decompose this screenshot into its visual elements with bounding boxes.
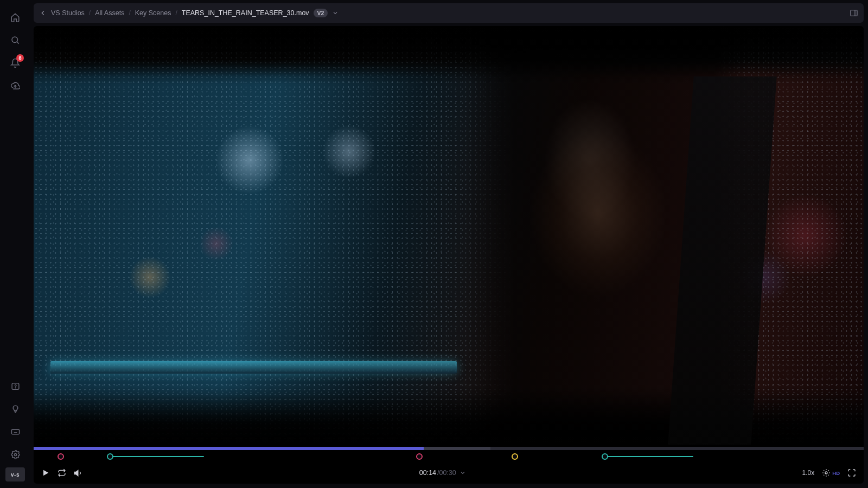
comment-marker[interactable] [416, 453, 423, 460]
version-badge[interactable]: V2 [314, 9, 328, 17]
notifications-badge: 8 [16, 54, 24, 62]
panel-toggle-icon[interactable] [850, 9, 858, 17]
scrubber-track[interactable] [34, 447, 864, 450]
timecode-display[interactable]: 00:14/00:30 [419, 469, 466, 477]
svg-rect-5 [851, 10, 857, 16]
breadcrumb-current: TEARS_IN_THE_RAIN_TEASER_30.mov [182, 9, 309, 17]
playback-speed[interactable]: 1.0x [802, 469, 815, 477]
breadcrumb-separator: / [129, 9, 130, 17]
version-dropdown-icon[interactable] [332, 10, 339, 16]
breadcrumb-separator: / [175, 9, 177, 17]
keyboard-icon[interactable] [5, 422, 25, 441]
comment-range[interactable] [605, 456, 694, 457]
svg-point-0 [12, 37, 18, 43]
timecode-duration: /00:30 [437, 469, 456, 477]
breadcrumb-item[interactable]: All Assets [95, 9, 124, 17]
comment-marker[interactable] [58, 453, 64, 460]
play-button[interactable] [41, 468, 50, 477]
comment-marker[interactable] [107, 453, 113, 460]
comment-marker[interactable] [512, 453, 518, 460]
upload-icon[interactable] [5, 76, 25, 95]
workspace-logo[interactable]: v-s [5, 467, 25, 481]
comment-marker[interactable] [602, 453, 608, 460]
breadcrumb-bar: VS Studios / All Assets / Key Scenes / T… [34, 3, 864, 23]
breadcrumb-item[interactable]: VS Studios [51, 9, 85, 17]
svg-point-4 [14, 453, 16, 455]
search-icon[interactable] [5, 30, 25, 50]
scrubber-played [34, 447, 424, 450]
idea-icon[interactable] [5, 399, 25, 419]
back-button[interactable] [39, 9, 47, 17]
quality-settings-button[interactable]: HD [822, 468, 840, 477]
comment-range[interactable] [110, 456, 204, 457]
breadcrumb-separator: / [89, 9, 91, 17]
breadcrumb-item[interactable]: Key Scenes [135, 9, 171, 17]
video-still-image [50, 361, 457, 374]
quality-badge: HD [832, 470, 840, 476]
video-frame [34, 26, 864, 445]
notifications-icon[interactable]: 8 [5, 53, 25, 73]
timecode-current: 00:14 [419, 469, 436, 477]
left-sidebar: 8 v-s [0, 0, 30, 488]
loop-button[interactable] [58, 468, 66, 477]
home-icon[interactable] [5, 8, 25, 27]
scrubber-section [34, 445, 864, 462]
help-icon[interactable] [5, 376, 25, 396]
svg-point-2 [15, 387, 16, 388]
volume-button[interactable] [74, 468, 83, 478]
fullscreen-button[interactable] [847, 468, 856, 477]
playback-controls: 00:14/00:30 1.0x HD [34, 462, 864, 484]
comment-marker-track [34, 452, 864, 462]
settings-icon[interactable] [5, 445, 25, 464]
main-area: VS Studios / All Assets / Key Scenes / T… [30, 0, 868, 488]
svg-point-6 [825, 472, 827, 474]
video-viewport[interactable] [34, 26, 864, 445]
svg-rect-3 [11, 429, 19, 434]
